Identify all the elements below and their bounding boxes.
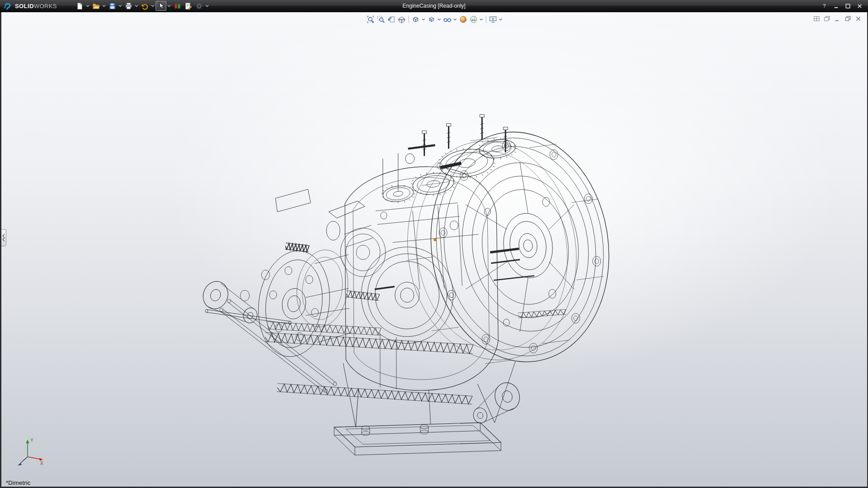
graphics-viewport[interactable]: Y X *Dimetric (0, 12, 868, 488)
minimize-document-button[interactable] (833, 14, 842, 23)
triad-y-axis: Y (26, 438, 34, 457)
new-document-button[interactable] (74, 1, 85, 11)
edit-appearance-icon (459, 15, 467, 23)
toolbar-separator (408, 16, 409, 23)
toolbar-separator (486, 16, 486, 23)
window-controls: ? (818, 1, 865, 10)
new-window-icon (824, 15, 830, 22)
new-document-icon (76, 2, 84, 10)
view-settings-icon (489, 15, 497, 23)
viewport-layout-icon (813, 15, 820, 22)
brand-text: SOLIDWORKS (15, 2, 57, 10)
zoom-to-area-icon (377, 15, 385, 23)
edit-appearance-button[interactable] (458, 15, 468, 24)
new-document-dropdown-arrow[interactable] (85, 1, 90, 11)
solidworks-window: SOLIDWORKS EngineCasing [Read-only] ? Y (0, 0, 868, 488)
view-orientation-icon (411, 15, 420, 23)
zoom-to-fit-button[interactable] (365, 15, 375, 24)
zoom-to-area-button[interactable] (376, 15, 386, 24)
undo-dropdown-arrow[interactable] (150, 1, 156, 11)
save-dropdown-arrow[interactable] (118, 1, 123, 11)
zoom-to-fit-icon (366, 15, 374, 23)
minimize-icon (833, 3, 840, 9)
title-bar: SOLIDWORKS EngineCasing [Read-only] ? (0, 0, 868, 12)
display-style-dropdown-arrow[interactable] (437, 15, 442, 24)
help-icon: ? (821, 3, 828, 9)
restore-document-icon (844, 15, 851, 22)
orientation-triad[interactable]: Y X (11, 436, 47, 471)
solidworks-brand: SOLIDWORKS (3, 2, 74, 10)
view-orientation-button[interactable] (410, 15, 420, 24)
select-button[interactable] (156, 1, 166, 11)
svg-text:?: ? (823, 3, 826, 9)
apply-scene-icon (469, 15, 477, 23)
print-dropdown-arrow[interactable] (134, 1, 139, 11)
display-style-button[interactable] (426, 15, 436, 24)
triad-x-label: X (40, 461, 43, 466)
undo-icon (141, 2, 149, 10)
hide-show-items-icon (443, 15, 451, 23)
triad-y-label: Y (30, 438, 33, 443)
close-document-button[interactable] (854, 14, 863, 23)
open-icon (92, 2, 100, 10)
rebuild-icon (174, 2, 181, 10)
rebuild-button[interactable] (172, 1, 183, 11)
maximize-button[interactable] (842, 1, 854, 10)
minimize-button[interactable] (830, 1, 842, 10)
previous-view-button[interactable] (386, 15, 396, 24)
select-dropdown-arrow[interactable] (166, 1, 172, 11)
brand-works: WORKS (34, 3, 57, 9)
maximize-icon (844, 3, 851, 9)
hide-show-items-button[interactable] (442, 15, 452, 24)
undo-button[interactable] (139, 1, 150, 11)
open-dropdown-arrow[interactable] (101, 1, 107, 11)
section-view-icon (397, 15, 406, 23)
restore-document-button[interactable] (843, 14, 852, 23)
view-settings-dropdown-arrow[interactable] (498, 15, 503, 24)
file-properties-icon (184, 2, 192, 10)
hide-show-items-dropdown-arrow[interactable] (453, 15, 458, 24)
close-document-icon (855, 15, 862, 22)
save-icon (108, 2, 116, 10)
options-icon (195, 2, 203, 10)
section-view-button[interactable] (396, 15, 406, 24)
select-icon (157, 2, 165, 10)
view-orientation-dropdown-arrow[interactable] (421, 15, 426, 24)
viewport-layout-button[interactable] (812, 14, 821, 23)
triad-x-axis: X (28, 457, 43, 466)
minimize-document-icon (834, 15, 841, 22)
options-dropdown-arrow[interactable] (204, 1, 210, 11)
title-toolbar (74, 0, 210, 12)
document-window-controls (812, 14, 863, 23)
heads-up-toolbar (365, 15, 503, 24)
expand-panel-arrows-icon (2, 232, 5, 243)
view-settings-button[interactable] (488, 15, 498, 24)
help-button[interactable]: ? (818, 1, 830, 10)
engine-casing-wireframe-model[interactable] (1, 12, 867, 487)
new-window-button[interactable] (822, 14, 831, 23)
open-button[interactable] (90, 1, 101, 11)
brand-solid: SOLID (15, 3, 34, 9)
print-icon (125, 2, 132, 10)
apply-scene-dropdown-arrow[interactable] (479, 15, 484, 24)
file-properties-button[interactable] (183, 1, 193, 11)
close-button[interactable] (854, 1, 865, 10)
dassault-3ds-logo-icon (3, 2, 13, 9)
close-icon (856, 3, 863, 9)
options-button[interactable] (193, 1, 204, 11)
feature-manager-collapsed-tab[interactable] (1, 229, 6, 246)
previous-view-icon (387, 15, 395, 23)
triad-z-axis (18, 457, 28, 465)
print-button[interactable] (123, 1, 134, 11)
apply-scene-button[interactable] (468, 15, 478, 24)
window-title: EngineCasing [Read-only] (402, 3, 465, 9)
save-button[interactable] (107, 1, 118, 11)
display-style-icon (427, 15, 435, 23)
view-orientation-label: *Dimetric (6, 479, 31, 486)
